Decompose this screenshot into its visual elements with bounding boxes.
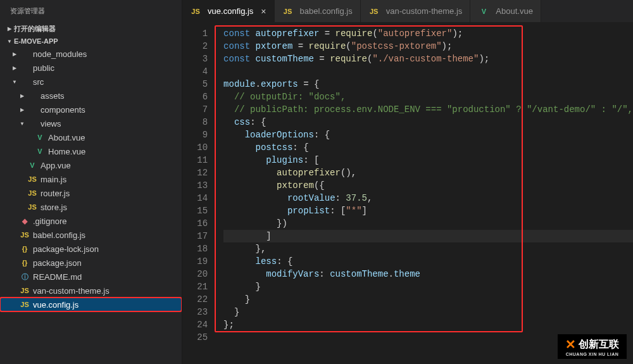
line-number: 8 [182, 116, 208, 129]
section-label: 打开的编辑器 [14, 24, 56, 34]
line-number: 19 [182, 255, 208, 268]
chevron-right-icon [10, 65, 19, 71]
code-line[interactable]: }) [223, 217, 633, 230]
tree-item-label: router.js [41, 189, 70, 198]
code-line[interactable]: module.exports = { [223, 78, 633, 91]
code-line[interactable] [223, 65, 633, 78]
tree-item-app-vue[interactable]: VApp.vue [0, 158, 182, 172]
code-line[interactable]: loaderOptions: { [223, 129, 633, 141]
code-line[interactable]: ] [223, 230, 633, 242]
code-line[interactable]: } [223, 293, 633, 306]
code-line[interactable]: // outputDir: "docs", [223, 91, 633, 103]
line-number: 20 [182, 268, 208, 280]
code-line[interactable]: const pxtorem = require("postcss-pxtorem… [223, 40, 633, 53]
js-icon: JS [190, 8, 201, 15]
tree-item-babel-config-js[interactable]: JSbabel.config.js [0, 228, 182, 242]
code-editor[interactable]: 1234567891011121314151617181920212223242… [182, 22, 633, 364]
code-line[interactable]: }, [223, 242, 633, 255]
code-line[interactable]: less: { [223, 255, 633, 268]
tree-item-van-custom-theme-js[interactable]: JSvan-custom-theme.js [0, 284, 182, 298]
line-number: 11 [182, 154, 208, 166]
code-line[interactable]: } [223, 280, 633, 293]
tab-babel-config-js[interactable]: JSbabel.config.js [275, 0, 361, 22]
tree-item-label: components [41, 105, 85, 115]
line-number: 13 [182, 179, 208, 192]
tree-item-label: node_modules [33, 49, 87, 59]
chevron-right-icon [5, 26, 14, 32]
code-line[interactable]: }; [223, 318, 633, 331]
tab-label: babel.config.js [300, 6, 353, 16]
git-icon: ◆ [19, 217, 30, 225]
tree-item-label: vue.config.js [33, 300, 78, 310]
tree-item-node-modules[interactable]: node_modules [0, 47, 182, 61]
code-line[interactable]: plugins: [ [223, 154, 633, 166]
tree-item-store-js[interactable]: JSstore.js [0, 200, 182, 214]
code-line[interactable]: postcss: { [223, 141, 633, 154]
sidebar: 资源管理器 打开的编辑器 E-MOVE-APP node_modulespubl… [0, 0, 182, 364]
open-editors-section[interactable]: 打开的编辑器 [0, 22, 182, 35]
tree-item--gitignore[interactable]: ◆.gitignore [0, 214, 182, 228]
tree-item-public[interactable]: public [0, 61, 182, 75]
code-line[interactable]: pxtorem({ [223, 179, 633, 192]
line-number: 6 [182, 91, 208, 103]
watermark-logo-icon: ✕ [565, 338, 576, 351]
code-line[interactable]: const customTheme = require("./van-custo… [223, 53, 633, 65]
tree-item-main-js[interactable]: JSmain.js [0, 172, 182, 186]
tree-item-package-lock-json[interactable]: {}package-lock.json [0, 242, 182, 256]
code-content[interactable]: const autoprefixer = require("autoprefix… [217, 22, 633, 364]
tree-item-label: About.vue [48, 133, 85, 142]
js-icon: JS [27, 203, 38, 211]
project-section[interactable]: E-MOVE-APP [0, 35, 182, 47]
watermark-sub: CHUANG XIN HU LIAN [566, 352, 619, 356]
tree-item-label: assets [41, 91, 65, 101]
tab-label: van-custom-theme.js [386, 6, 463, 16]
line-number: 1 [182, 27, 208, 40]
tab-vue-config-js[interactable]: JSvue.config.js× [182, 0, 274, 22]
tree-item-about-vue[interactable]: VAbout.vue [0, 130, 182, 144]
chevron-down-icon [5, 39, 14, 44]
chevron-right-icon [18, 107, 27, 113]
line-number: 22 [182, 293, 208, 306]
code-line[interactable]: const autoprefixer = require("autoprefix… [223, 27, 633, 40]
line-number: 15 [182, 204, 208, 217]
tree-item-readme-md[interactable]: ⓘREADME.md [0, 270, 182, 284]
tree-item-label: package.json [33, 258, 82, 268]
line-number: 25 [182, 331, 208, 344]
tree-item-package-json[interactable]: {}package.json [0, 256, 182, 270]
chevron-down-icon [10, 79, 19, 85]
tree-item-vue-config-js[interactable]: JSvue.config.js [0, 298, 182, 311]
line-number: 2 [182, 40, 208, 53]
tree-item-assets[interactable]: assets [0, 89, 182, 103]
tree-item-home-vue[interactable]: VHome.vue [0, 144, 182, 158]
tree-item-label: .gitignore [33, 217, 66, 226]
editor-area: JSvue.config.js×JSbabel.config.jsJSvan-c… [182, 0, 633, 364]
js-icon: JS [19, 287, 30, 294]
tab-van-custom-theme-js[interactable]: JSvan-custom-theme.js [361, 0, 471, 22]
line-number: 17 [182, 230, 208, 242]
tab-bar: JSvue.config.js×JSbabel.config.jsJSvan-c… [182, 0, 633, 22]
code-line[interactable]: css: { [223, 116, 633, 129]
tree-item-router-js[interactable]: JSrouter.js [0, 186, 182, 200]
code-line[interactable]: rootValue: 37.5, [223, 192, 633, 204]
tree-item-src[interactable]: src [0, 75, 182, 89]
line-number: 16 [182, 217, 208, 230]
tree-item-label: public [33, 63, 54, 73]
line-number: 24 [182, 318, 208, 331]
tree-item-label: App.vue [41, 161, 71, 170]
line-number: 4 [182, 65, 208, 78]
code-line[interactable]: propList: ["*"] [223, 204, 633, 217]
code-line[interactable]: autoprefixer(), [223, 166, 633, 179]
code-line[interactable]: } [223, 306, 633, 318]
close-icon[interactable]: × [261, 6, 266, 16]
code-line[interactable]: // publicPath: process.env.NODE_ENV === … [223, 103, 633, 116]
line-number: 3 [182, 53, 208, 65]
tab-about-vue[interactable]: VAbout.vue [470, 0, 541, 22]
js-icon: JS [27, 175, 38, 183]
chevron-right-icon [18, 93, 27, 99]
tree-item-label: src [33, 77, 44, 87]
code-line[interactable]: modifyVars: customTheme.theme [223, 268, 633, 280]
vue-icon: V [27, 161, 38, 169]
tab-label: About.vue [496, 6, 533, 16]
tree-item-components[interactable]: components [0, 103, 182, 116]
tree-item-views[interactable]: views [0, 116, 182, 130]
